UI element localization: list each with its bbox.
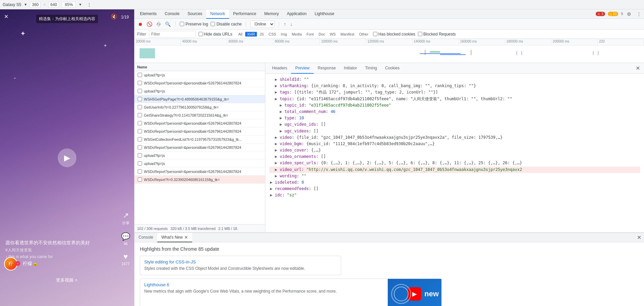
follow-plus[interactable]: +	[15, 261, 20, 266]
clear-btn[interactable]: 🚫	[146, 21, 153, 27]
req-checkbox-7[interactable]	[137, 129, 143, 133]
filter-media[interactable]: Media	[290, 32, 304, 37]
json-line-18[interactable]: ▶ idc: "sz"	[269, 192, 640, 198]
bottom-tab-console[interactable]: Console	[135, 233, 157, 242]
filter-css[interactable]: CSS	[267, 32, 278, 37]
bottom-tab-whats-new[interactable]: What's New ✕	[157, 233, 192, 242]
filter-manifest[interactable]: Manifest	[338, 32, 357, 37]
request-item-12[interactable]: WSDcReport?personid=&personidbak=5267961…	[135, 168, 265, 176]
tab-performance[interactable]: Performance	[229, 9, 260, 19]
json-line-6[interactable]: ▶ type: 10	[269, 115, 640, 121]
network-timeline[interactable]: 20000 ms 40000 ms 60000 ms 80000 ms 1000…	[135, 39, 644, 63]
bottom-panel-close-btn[interactable]: ✕	[634, 234, 644, 241]
comment-action[interactable]: 💬 46	[121, 232, 130, 246]
request-list-content[interactable]: upload?tp=js WSDcReport?personid=&person…	[135, 71, 265, 224]
request-item-7[interactable]: WSDcReport?personid=&personidbak=5267961…	[135, 127, 265, 135]
disable-cache-checkbox[interactable]: Disable cache	[211, 22, 241, 26]
settings-btn[interactable]: ⚙	[626, 10, 633, 18]
hide-data-urls-checkbox[interactable]: Hide data URLs	[199, 32, 232, 37]
device-height[interactable]: 640	[48, 2, 59, 8]
req-checkbox-3[interactable]	[137, 97, 143, 101]
play-button[interactable]: ▶	[58, 148, 76, 167]
update-item-css-in-js[interactable]: Style editing for CSS-in-JS Styles creat…	[140, 256, 341, 275]
filter-js[interactable]: JS	[258, 32, 266, 37]
req-checkbox-13[interactable]	[137, 177, 143, 182]
filter-other[interactable]: Other	[357, 32, 371, 37]
update-title-lighthouse[interactable]: Lighthouse 6	[144, 282, 384, 287]
update-item-lighthouse[interactable]: Lighthouse 6 New metrics that align with…	[140, 279, 442, 306]
json-line-1[interactable]: ▶ starRanking: {in_ranking: 0, in_activi…	[269, 83, 640, 89]
json-line-16[interactable]: ▶ isdeleted: 0	[269, 179, 640, 186]
detail-tab-cookies[interactable]: Cookies	[381, 63, 404, 74]
json-line-2[interactable]: ▶ tags: [{title: "作品 172", jumpurl: "", …	[269, 89, 640, 96]
tab-console[interactable]: Console	[161, 9, 183, 19]
detail-close-btn[interactable]: ✕	[634, 64, 641, 73]
request-item-0[interactable]: upload?tp=js	[135, 71, 265, 79]
blocked-requests-checkbox[interactable]: Blocked Requests	[418, 32, 456, 37]
zoom-dropdown-icon[interactable]: ▼	[78, 3, 82, 6]
search-btn[interactable]: 🔍	[164, 21, 171, 27]
json-line-9[interactable]: ▶ video: {file_id: "gzc_1047_1047_0b53o4…	[269, 134, 640, 141]
tab-memory[interactable]: Memory	[260, 9, 283, 19]
import-har-btn[interactable]: ↑	[283, 21, 287, 27]
req-checkbox-12[interactable]	[137, 169, 143, 174]
json-line-17[interactable]: ▶ recommendfeeds: []	[269, 186, 640, 192]
tab-sources[interactable]: Sources	[183, 9, 206, 19]
req-checkbox-0[interactable]	[137, 73, 143, 77]
close-btn[interactable]: ✕	[4, 13, 8, 20]
device-width[interactable]: 360	[30, 2, 41, 8]
req-checkbox-1[interactable]	[137, 81, 143, 85]
json-line-3[interactable]: ▶ topic: {id: "e31f1465accdf97db4ab21100…	[269, 96, 640, 102]
tab-application[interactable]: Application	[283, 9, 311, 19]
request-item-9[interactable]: WSDcReport?personid=&personidbak=5267961…	[135, 143, 265, 151]
req-checkbox-10[interactable]	[137, 153, 143, 158]
request-item-5[interactable]: GetShareStrategy?t=0.11417087202215614&g…	[135, 111, 265, 119]
detail-tab-initiator[interactable]: Initiator	[340, 63, 361, 74]
request-item-1[interactable]: WSDcReport?personid=&personidbak=5267961…	[135, 79, 265, 87]
req-checkbox-6[interactable]	[137, 121, 143, 125]
preserve-log-checkbox[interactable]: Preserve log	[180, 22, 208, 26]
request-item-2[interactable]: upload?tp=js	[135, 87, 265, 95]
volume-btn[interactable]: 🔇	[111, 13, 117, 20]
request-item-3[interactable]: WSH5GetPlayPage?t=0.4899506463679155&g_t…	[135, 95, 265, 103]
detail-tab-timing[interactable]: Timing	[361, 63, 381, 74]
tab-lighthouse[interactable]: Lighthouse	[311, 9, 338, 19]
filter-input[interactable]	[149, 31, 196, 38]
request-item-13[interactable]: WSDcReport?t=0.323902046085161158g_tk=	[135, 176, 265, 184]
req-checkbox-8[interactable]	[137, 137, 143, 141]
request-item-6[interactable]: WSDcReport?personid=&personidbak=5267961…	[135, 119, 265, 127]
like-action[interactable]: ♥ 1677	[121, 252, 129, 266]
device-name[interactable]: Galaxy S5	[3, 2, 21, 7]
req-checkbox-9[interactable]	[137, 145, 143, 149]
req-checkbox-2[interactable]	[137, 89, 143, 93]
request-item-11[interactable]: upload?tp=js	[135, 160, 265, 168]
device-dropdown-icon[interactable]: ▼	[24, 3, 27, 6]
req-checkbox-11[interactable]	[137, 161, 143, 166]
tab-elements[interactable]: Elements	[136, 9, 161, 19]
request-item-4[interactable]: GetUserInfo?t=0.22779613005079158&g_tk=	[135, 103, 265, 111]
device-more-btn[interactable]: ⋮	[87, 2, 91, 7]
json-line-12[interactable]: ▶ video_ornaments: []	[269, 154, 640, 160]
filter-all[interactable]: All	[236, 32, 244, 37]
json-line-10[interactable]: ▶ video_bgm: {music_id: "1112_984c1efb97…	[269, 141, 640, 147]
json-line-7[interactable]: ▶ ugc_video_ids: []	[269, 121, 640, 128]
filter-toggle-btn[interactable]: ⛗	[156, 21, 162, 27]
detail-tab-headers[interactable]: Headers	[268, 63, 291, 74]
has-blocked-cookies-checkbox[interactable]: Has blocked cookies	[373, 32, 415, 37]
update-title-css-in-js[interactable]: Style editing for CSS-in-JS	[144, 259, 337, 264]
export-har-btn[interactable]: ↓	[289, 21, 293, 27]
filter-font[interactable]: Font	[305, 32, 316, 37]
filter-img[interactable]: Img	[279, 32, 289, 37]
json-line-13[interactable]: ▶ video_spec_urls: {0: {,…}, 1: {,…}, 2:…	[269, 160, 640, 166]
detail-content[interactable]: ▶ shieldId: "" ▶ starRanking: {in_rankin…	[265, 74, 644, 232]
whats-new-close-icon[interactable]: ✕	[184, 235, 188, 240]
json-line-0[interactable]: ▶ shieldId: ""	[269, 76, 640, 83]
throttle-select[interactable]: Online	[250, 20, 275, 28]
share-action[interactable]: ↗ 分享	[122, 211, 129, 226]
req-checkbox-4[interactable]	[137, 105, 143, 109]
detail-tab-response[interactable]: Response	[314, 63, 340, 74]
record-btn[interactable]: ⏺	[137, 21, 143, 27]
filter-xhr[interactable]: XHR	[245, 32, 257, 37]
filter-ws[interactable]: WS	[328, 32, 338, 37]
zoom-level[interactable]: 85%	[62, 2, 76, 8]
